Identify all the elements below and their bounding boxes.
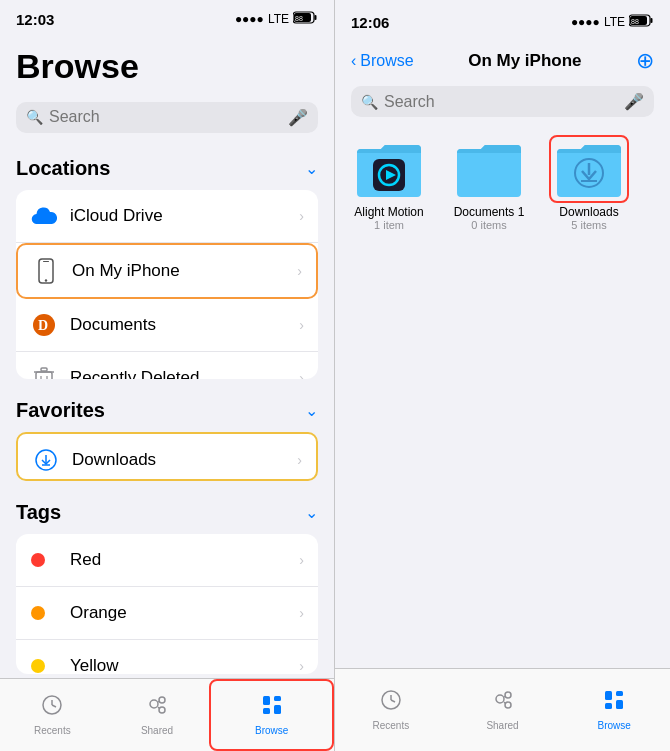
icloud-icon bbox=[30, 202, 58, 230]
tab-recents-left[interactable]: Recents bbox=[0, 679, 105, 751]
documents1-name: Documents 1 bbox=[454, 205, 525, 219]
left-search-bar[interactable]: 🔍 🎤 bbox=[16, 102, 318, 133]
right-recents-icon bbox=[380, 689, 402, 717]
sidebar-item-documents[interactable]: D Documents › bbox=[16, 299, 318, 352]
svg-rect-50 bbox=[616, 700, 623, 709]
search-icon: 🔍 bbox=[26, 109, 43, 125]
downloads-folder-count: 5 items bbox=[571, 219, 606, 231]
svg-rect-47 bbox=[605, 691, 612, 700]
alight-motion-name: Alight Motion bbox=[354, 205, 423, 219]
downloads-label: Downloads bbox=[72, 450, 297, 470]
yellow-label: Yellow bbox=[70, 656, 299, 673]
svg-text:88: 88 bbox=[295, 15, 303, 22]
right-carrier-label: LTE bbox=[604, 15, 625, 29]
browse-tab-label: Browse bbox=[255, 725, 288, 736]
left-bottom-tabs: Recents Shared Browse bbox=[0, 678, 334, 751]
red-tag-icon bbox=[30, 546, 58, 574]
orange-chevron: › bbox=[299, 605, 304, 621]
back-label: Browse bbox=[360, 52, 413, 70]
back-button[interactable]: ‹ Browse bbox=[351, 52, 414, 70]
svg-rect-30 bbox=[651, 18, 653, 23]
orange-tag-icon bbox=[30, 599, 58, 627]
browse-icon bbox=[261, 694, 283, 722]
downloads-folder-name: Downloads bbox=[559, 205, 618, 219]
svg-rect-49 bbox=[605, 703, 612, 709]
svg-rect-48 bbox=[616, 691, 623, 696]
tags-label: Tags bbox=[16, 501, 61, 524]
yellow-chevron: › bbox=[299, 658, 304, 673]
svg-line-19 bbox=[52, 705, 56, 707]
svg-point-6 bbox=[45, 279, 47, 281]
svg-text:88: 88 bbox=[631, 18, 639, 25]
yellow-tag-icon bbox=[30, 652, 58, 673]
orange-label: Orange bbox=[70, 603, 299, 623]
deleted-label: Recently Deleted bbox=[70, 368, 299, 379]
right-search-icon: 🔍 bbox=[361, 94, 378, 110]
red-label: Red bbox=[70, 550, 299, 570]
tab-shared-right[interactable]: Shared bbox=[447, 669, 559, 751]
recents-icon bbox=[41, 694, 63, 722]
trash-icon bbox=[30, 364, 58, 379]
right-browse-label: Browse bbox=[598, 720, 631, 731]
folder-documents1-icon bbox=[451, 137, 527, 201]
svg-rect-27 bbox=[263, 708, 270, 714]
sidebar-item-downloads[interactable]: Downloads › bbox=[18, 434, 316, 482]
iphone-chevron: › bbox=[297, 263, 302, 279]
sidebar-item-yellow[interactable]: Yellow › bbox=[16, 640, 318, 673]
options-icon[interactable]: ⊕ bbox=[636, 48, 654, 74]
right-search-input[interactable] bbox=[384, 93, 618, 111]
documents-chevron: › bbox=[299, 317, 304, 333]
tab-shared-left[interactable]: Shared bbox=[105, 679, 210, 751]
tab-recents-right[interactable]: Recents bbox=[335, 669, 447, 751]
right-signal-icon: ●●●● bbox=[571, 15, 600, 29]
shared-tab-label: Shared bbox=[141, 725, 173, 736]
left-search-input[interactable] bbox=[49, 108, 282, 126]
iphone-label: On My iPhone bbox=[72, 261, 297, 281]
right-recents-label: Recents bbox=[372, 720, 409, 731]
left-status-bar: 12:03 ●●●● LTE 88 bbox=[0, 0, 334, 39]
red-chevron: › bbox=[299, 552, 304, 568]
icloud-label: iCloud Drive bbox=[70, 206, 299, 226]
right-search-bar[interactable]: 🔍 🎤 bbox=[351, 86, 654, 117]
sidebar-item-deleted[interactable]: Recently Deleted › bbox=[16, 352, 318, 379]
right-microphone-icon[interactable]: 🎤 bbox=[624, 92, 644, 111]
favorites-chevron[interactable]: ⌄ bbox=[305, 401, 318, 420]
page-title: Browse bbox=[0, 39, 334, 94]
folders-grid: Alight Motion 1 item Documents 1 0 items bbox=[335, 129, 670, 668]
right-status-icons: ●●●● LTE 88 bbox=[571, 14, 654, 30]
right-time: 12:06 bbox=[351, 14, 389, 31]
locations-chevron[interactable]: ⌄ bbox=[305, 159, 318, 178]
right-shared-label: Shared bbox=[486, 720, 518, 731]
documents1-count: 0 items bbox=[471, 219, 506, 231]
recents-tab-label: Recents bbox=[34, 725, 71, 736]
sidebar-item-orange[interactable]: Orange › bbox=[16, 587, 318, 640]
tab-browse-left[interactable]: Browse bbox=[209, 679, 334, 751]
sidebar-item-icloud[interactable]: iCloud Drive › bbox=[16, 190, 318, 243]
sidebar-item-red[interactable]: Red › bbox=[16, 534, 318, 587]
tab-browse-right[interactable]: Browse bbox=[558, 669, 670, 751]
tags-chevron[interactable]: ⌄ bbox=[305, 503, 318, 522]
svg-rect-1 bbox=[315, 15, 317, 20]
folder-alight-motion[interactable]: Alight Motion 1 item bbox=[351, 137, 427, 660]
right-panel: 12:06 ●●●● LTE 88 ‹ Browse On My iPhone … bbox=[335, 0, 670, 751]
sidebar-item-iphone[interactable]: On My iPhone › bbox=[16, 243, 318, 299]
svg-point-20 bbox=[150, 700, 158, 708]
right-battery-icon: 88 bbox=[629, 14, 654, 30]
folder-downloads-icon bbox=[551, 137, 627, 201]
deleted-chevron: › bbox=[299, 370, 304, 379]
svg-rect-9 bbox=[36, 372, 52, 379]
battery-icon: 88 bbox=[293, 11, 318, 27]
folder-alight-motion-icon bbox=[351, 137, 427, 201]
signal-icon: ●●●● bbox=[235, 12, 264, 26]
documents-label: Documents bbox=[70, 315, 299, 335]
right-status-bar: 12:06 ●●●● LTE 88 bbox=[335, 0, 670, 44]
folder-downloads[interactable]: Downloads 5 items bbox=[551, 137, 627, 660]
left-time: 12:03 bbox=[16, 11, 54, 28]
microphone-icon[interactable]: 🎤 bbox=[288, 108, 308, 127]
svg-rect-25 bbox=[263, 696, 270, 705]
carrier-label: LTE bbox=[268, 12, 289, 26]
folder-documents1[interactable]: Documents 1 0 items bbox=[451, 137, 527, 660]
alight-motion-count: 1 item bbox=[374, 219, 404, 231]
left-panel: 12:03 ●●●● LTE 88 Browse 🔍 🎤 Locations ⌄ bbox=[0, 0, 335, 751]
back-chevron-icon: ‹ bbox=[351, 52, 356, 70]
